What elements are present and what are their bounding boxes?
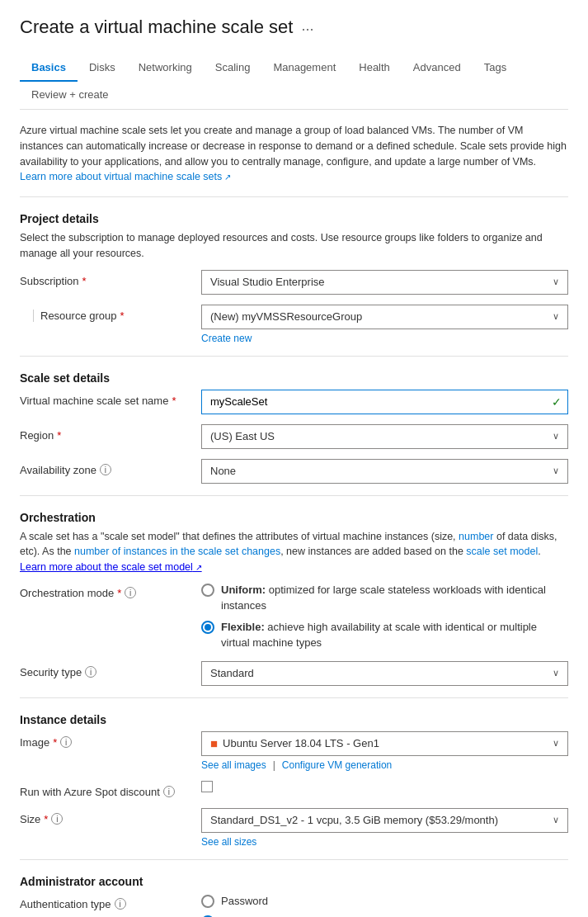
auth-type-label: Authentication type i <box>20 893 201 910</box>
spot-info-icon[interactable]: i <box>163 786 175 797</box>
tab-advanced[interactable]: Advanced <box>402 54 473 82</box>
size-row: Size * i Standard_DS1_v2 - 1 vcpu, 3.5 G… <box>20 808 568 848</box>
vm-name-control: ✓ <box>201 390 568 414</box>
az-info-icon[interactable]: i <box>100 464 111 475</box>
chevron-down-icon: ∨ <box>553 277 559 287</box>
size-select[interactable]: Standard_DS1_v2 - 1 vcpu, 3.5 GiB memory… <box>201 808 568 833</box>
tab-health[interactable]: Health <box>347 54 402 82</box>
region-label: Region * <box>20 424 201 442</box>
section-scale-set-details: Scale set details <box>20 371 568 385</box>
tab-scaling[interactable]: Scaling <box>204 54 262 82</box>
spot-control <box>201 781 568 792</box>
resource-group-row: Resource group * (New) myVMSSResourceGro… <box>20 305 568 344</box>
image-select[interactable]: ■ Ubuntu Server 18.04 LTS - Gen1 ∨ <box>201 731 568 756</box>
vm-name-required: * <box>172 395 176 407</box>
region-control: (US) East US ∨ <box>201 424 568 449</box>
section-instance-details: Instance details <box>20 713 568 726</box>
chevron-down-icon: ∨ <box>553 431 559 442</box>
chevron-down-icon: ∨ <box>553 311 559 322</box>
vm-name-row: Virtual machine scale set name * ✓ <box>20 390 568 414</box>
resource-group-control: (New) myVMSSResourceGroup ∨ Create new <box>201 305 568 344</box>
create-new-link[interactable]: Create new <box>201 333 568 344</box>
orchestration-desc: A scale set has a "scale set model" that… <box>20 529 568 575</box>
see-all-sizes-link[interactable]: See all sizes <box>201 836 256 848</box>
section-project-details: Project details <box>20 212 568 225</box>
ubuntu-icon: ■ <box>210 736 218 750</box>
size-info-icon[interactable]: i <box>51 813 63 825</box>
vm-name-input[interactable] <box>201 390 568 414</box>
image-control: ■ Ubuntu Server 18.04 LTS - Gen1 ∨ See a… <box>201 731 568 771</box>
chevron-down-icon: ∨ <box>553 738 559 749</box>
page-description: Azure virtual machine scale sets let you… <box>20 123 568 185</box>
vm-name-label: Virtual machine scale set name * <box>20 390 201 407</box>
size-required: * <box>44 813 48 825</box>
security-type-row: Security type i Standard ∨ <box>20 661 568 686</box>
resource-group-select[interactable]: (New) myVMSSResourceGroup ∨ <box>201 305 568 329</box>
radio-ssh[interactable]: SSH public key <box>201 914 568 917</box>
radio-uniform[interactable]: Uniform: optimized for large scale state… <box>201 582 568 614</box>
orch-mode-info-icon[interactable]: i <box>125 587 136 598</box>
divider-3 <box>20 495 568 496</box>
page-container: Create a virtual machine scale set ··· B… <box>0 0 588 917</box>
tab-networking[interactable]: Networking <box>127 54 204 82</box>
divider-1 <box>20 196 568 197</box>
az-label: Availability zone i <box>20 459 201 476</box>
resource-group-label: Resource group * <box>20 305 201 322</box>
vm-name-input-wrapper: ✓ <box>201 390 568 414</box>
region-select[interactable]: (US) East US ∨ <box>201 424 568 449</box>
subscription-control: Visual Studio Enterprise ∨ <box>201 270 568 295</box>
subscription-required: * <box>82 275 87 287</box>
auth-type-info-icon[interactable]: i <box>115 898 126 910</box>
spot-checkbox-box <box>201 781 213 792</box>
resource-group-required: * <box>120 310 125 322</box>
chevron-down-icon: ∨ <box>553 466 559 476</box>
chevron-down-icon: ∨ <box>553 815 559 825</box>
region-row: Region * (US) East US ∨ <box>20 424 568 449</box>
spot-checkbox[interactable] <box>201 781 568 792</box>
see-all-images-link[interactable]: See all images <box>201 759 266 771</box>
radio-password-label: Password <box>221 893 268 910</box>
auth-type-control: Password SSH public key <box>201 893 568 917</box>
subscription-label: Subscription * <box>20 270 201 287</box>
tab-disks[interactable]: Disks <box>78 54 127 82</box>
image-info-icon[interactable]: i <box>60 736 72 748</box>
orchestration-mode-label: Orchestration mode * i <box>20 582 201 599</box>
radio-password[interactable]: Password <box>201 893 568 910</box>
size-label: Size * i <box>20 808 201 825</box>
tab-tags[interactable]: Tags <box>473 54 518 82</box>
divider-5 <box>20 859 568 860</box>
configure-vm-link[interactable]: Configure VM generation <box>282 759 392 771</box>
size-control: Standard_DS1_v2 - 1 vcpu, 3.5 GiB memory… <box>201 808 568 848</box>
more-options-icon[interactable]: ··· <box>301 21 313 38</box>
page-title: Create a virtual machine scale set <box>20 17 293 38</box>
tab-review[interactable]: Review + create <box>20 82 120 109</box>
region-required: * <box>57 429 61 442</box>
security-type-info-icon[interactable]: i <box>85 666 96 678</box>
orchestration-mode-control: Uniform: optimized for large scale state… <box>201 582 568 651</box>
section-admin-account: Administrator account <box>20 875 568 888</box>
auth-type-radio-group: Password SSH public key <box>201 893 568 917</box>
radio-flexible[interactable]: Flexible: achieve high availability at s… <box>201 619 568 651</box>
security-type-select[interactable]: Standard ∨ <box>201 661 568 686</box>
chevron-down-icon: ∨ <box>553 668 559 678</box>
radio-password-circle <box>201 895 214 908</box>
radio-ssh-label: SSH public key <box>221 914 294 917</box>
orch-mode-required: * <box>117 587 121 599</box>
learn-more-link[interactable]: Learn more about virtual machine scale s… <box>20 171 231 182</box>
divider-4 <box>20 697 568 698</box>
az-row: Availability zone i None ∨ <box>20 459 568 484</box>
spot-discount-row: Run with Azure Spot discount i <box>20 781 568 798</box>
spot-discount-label: Run with Azure Spot discount i <box>20 781 201 798</box>
radio-flexible-label: Flexible: achieve high availability at s… <box>221 619 568 651</box>
security-type-control: Standard ∨ <box>201 661 568 686</box>
tab-basics[interactable]: Basics <box>20 54 78 82</box>
project-details-desc: Select the subscription to manage deploy… <box>20 230 568 262</box>
image-label: Image * i <box>20 731 201 749</box>
az-select[interactable]: None ∨ <box>201 459 568 484</box>
tab-management[interactable]: Management <box>261 54 347 82</box>
auth-type-row: Authentication type i Password SSH publi… <box>20 893 568 917</box>
learn-scale-set-link[interactable]: Learn more about the scale set model <box>20 561 202 573</box>
valid-check-icon: ✓ <box>552 395 562 409</box>
orchestration-mode-radio-group: Uniform: optimized for large scale state… <box>201 582 568 651</box>
subscription-select[interactable]: Visual Studio Enterprise ∨ <box>201 270 568 295</box>
